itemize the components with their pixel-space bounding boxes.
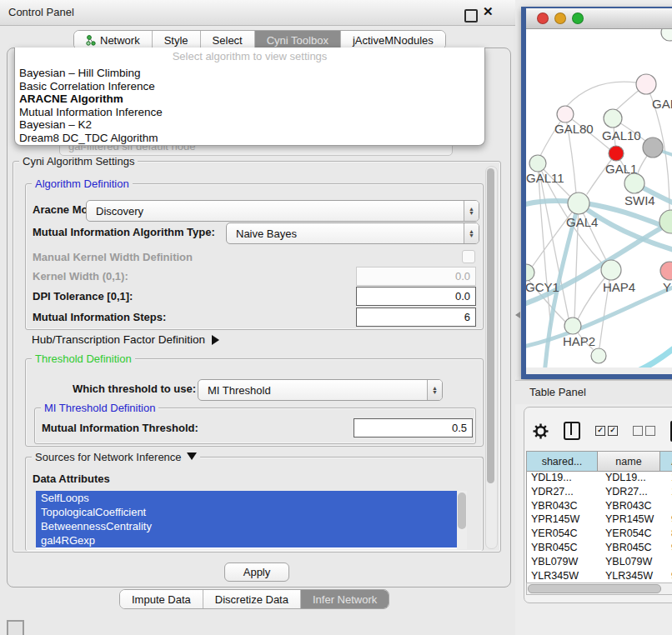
mi-threshold-group-title: MI Threshold Definition <box>41 402 158 414</box>
gear-icon[interactable] <box>533 423 549 439</box>
algorithm-definition-group: Algorithm Definition Aracne Mode: Discov… <box>25 183 484 330</box>
table-cell: YDL19... <box>601 472 667 486</box>
tab-impute-data[interactable]: Impute Data <box>120 590 203 608</box>
column-header-shared-name[interactable]: shared... <box>527 452 598 471</box>
right-pane: GALGAL80GAL10GAL1GAL11SWI4GAL4GCY1HAP4YH… <box>515 0 672 635</box>
kernel-width-input[interactable] <box>356 267 476 286</box>
node-label: GAL <box>652 97 672 111</box>
close-traffic-light[interactable] <box>537 12 549 24</box>
network-node[interactable] <box>604 109 622 128</box>
settings-scrollbar-thumb[interactable] <box>487 168 494 483</box>
table-row[interactable]: YLR345WYLR345W9. <box>527 570 672 583</box>
mi-threshold-input[interactable] <box>354 418 473 438</box>
network-node[interactable] <box>643 138 663 158</box>
node-label: GAL4 <box>566 215 598 229</box>
network-node[interactable] <box>564 318 581 334</box>
tab-jactivemnodules[interactable]: jActiveMNodules <box>341 31 445 49</box>
select-all-columns-icon[interactable]: ✓✓ <box>595 426 618 436</box>
tab-network[interactable]: Network <box>74 31 153 49</box>
table-cell: YBR043C <box>527 500 601 514</box>
data-attribute-item[interactable]: TopologicalCoefficient <box>36 505 457 519</box>
table-row[interactable]: YER054CYER054C8. <box>527 528 672 542</box>
bottom-tab-bar: Impute Data Discretize Data Infer Networ… <box>119 589 389 609</box>
algorithm-option[interactable]: Dream8 DC_TDC Algorithm <box>15 132 484 145</box>
columns-icon[interactable] <box>564 422 580 440</box>
tab-style[interactable]: Style <box>153 31 201 49</box>
sources-group: Sources for Network Inference Data Attri… <box>25 457 484 551</box>
table-row[interactable]: YDL19...YDL19...13 <box>527 472 672 486</box>
float-window-icon[interactable] <box>464 9 478 22</box>
table-row[interactable]: YBL079WYBL079W <box>527 556 672 570</box>
close-icon[interactable]: ✕ <box>483 4 494 19</box>
dpi-tolerance-input[interactable] <box>356 287 476 306</box>
manual-kernel-width-checkbox[interactable] <box>462 250 475 263</box>
apply-button[interactable]: Apply <box>224 562 289 582</box>
algorithm-option[interactable]: Basic Correlation Inference <box>15 80 484 93</box>
column-header-clipped[interactable]: A <box>660 452 672 471</box>
stepper-arrows-icon: ▲▼ <box>427 380 442 400</box>
network-node[interactable] <box>601 260 621 280</box>
table-row[interactable]: YDR27...YDR27...12 <box>527 486 672 500</box>
kernel-width-label: Kernel Width (0,1): <box>33 270 128 282</box>
table-cell: YPR145W <box>527 513 601 528</box>
network-node[interactable] <box>660 262 672 280</box>
table-row[interactable]: YBR043CYBR043C <box>527 500 672 514</box>
unselect-all-columns-icon[interactable]: ✓✓ <box>633 426 655 436</box>
control-panel-window: Control Panel ✕ Network Style Select Cyn… <box>0 0 516 635</box>
node-label: GAL80 <box>554 122 594 136</box>
network-node[interactable] <box>636 74 656 94</box>
algorithm-option[interactable]: Mutual Information Inference <box>15 106 484 119</box>
data-attribute-item[interactable]: BetweennessCentrality <box>36 519 457 533</box>
data-attribute-item[interactable]: SelfLoops <box>36 491 457 505</box>
table-cell: 9. <box>667 570 672 583</box>
algorithm-option[interactable]: Bayesian – K2 <box>15 118 484 132</box>
tab-infer-network[interactable]: Infer Network <box>301 590 389 608</box>
tab-cyni-toolbox[interactable]: Cyni Toolbox <box>255 31 341 49</box>
node-table[interactable]: shared... name A YDL19...YDL19...13YDR27… <box>526 451 672 583</box>
mi-steps-input[interactable] <box>356 308 476 327</box>
network-node[interactable] <box>529 155 546 172</box>
table-row[interactable]: YBR045CYBR045C9. <box>527 542 672 556</box>
table-horizontal-scrollbar[interactable] <box>526 582 672 595</box>
zoom-traffic-light[interactable] <box>572 12 584 24</box>
tab-select[interactable]: Select <box>201 31 255 49</box>
data-attribute-item[interactable]: gal4RGexp <box>36 533 457 548</box>
table-cell: YBR045C <box>527 542 601 556</box>
minimize-traffic-light[interactable] <box>554 12 566 24</box>
threshold-definition-group: Threshold Definition Which threshold to … <box>25 358 484 447</box>
which-threshold-select[interactable]: MI Threshold ▲▼ <box>198 379 443 401</box>
network-node[interactable] <box>568 192 589 214</box>
network-node[interactable] <box>624 173 644 193</box>
threshold-definition-title: Threshold Definition <box>32 352 135 365</box>
table-cell: 8. <box>667 528 672 542</box>
column-header-name[interactable]: name <box>598 452 660 471</box>
network-node[interactable] <box>557 106 574 122</box>
settings-scrollbar[interactable] <box>485 166 498 549</box>
split-pane-collapse-arrow[interactable] <box>515 312 520 318</box>
network-node[interactable] <box>526 264 534 281</box>
algorithm-option[interactable]: Bayesian – Hill Climbing <box>15 67 484 80</box>
hub-definition-toggle[interactable]: Hub/Transcription Factor Definition <box>32 333 219 346</box>
sources-group-title[interactable]: Sources for Network Inference <box>32 451 200 463</box>
data-attributes-list[interactable]: SelfLoopsTopologicalCoefficientBetweenne… <box>36 491 467 549</box>
network-edge[interactable] <box>614 336 672 368</box>
mi-algorithm-type-select[interactable]: Naive Bayes ▲▼ <box>226 222 479 244</box>
aracne-mode-select[interactable]: Discovery ▲▼ <box>86 200 479 222</box>
network-canvas[interactable]: GALGAL80GAL10GAL1GAL11SWI4GAL4GCY1HAP4YH… <box>526 29 672 368</box>
table-cell: YLR345W <box>601 570 667 583</box>
algorithm-option[interactable]: ARACNE Algorithm <box>15 92 484 106</box>
network-window-titlebar <box>526 8 672 29</box>
table-row[interactable]: YPR145WYPR145W9. <box>527 513 672 528</box>
node-label: GCY1 <box>526 280 559 294</box>
collapsed-panel-icon[interactable] <box>7 620 24 635</box>
node-label: GAL11 <box>526 171 564 185</box>
chevron-right-icon <box>212 335 219 345</box>
table-panel-title: Table Panel <box>529 386 586 398</box>
network-node[interactable] <box>609 146 624 161</box>
network-node[interactable] <box>591 348 606 363</box>
tab-discretize-data[interactable]: Discretize Data <box>203 590 301 608</box>
table-cell: YPR145W <box>601 513 667 528</box>
tab-network-label: Network <box>100 34 140 47</box>
network-node[interactable] <box>661 29 672 41</box>
attributes-scrollbar[interactable] <box>457 491 467 549</box>
